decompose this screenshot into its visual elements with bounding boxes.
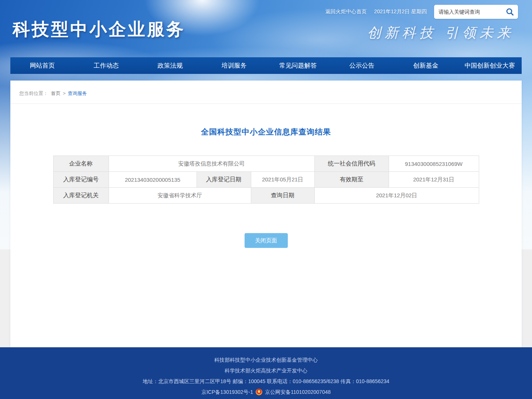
header-slogan: 创新科技 引领未来: [367, 24, 514, 42]
reg-number-label: 入库登记编号: [53, 172, 109, 188]
topbar: 返回火炬中心首页 2021年12月2日 星期四: [325, 5, 518, 19]
reg-authority-label: 入库登记机关: [53, 188, 109, 204]
content-card: 您当前位置：首页>查询服务 全国科技型中小企业信息库查询结果 企业名称 安徽塔孜…: [10, 81, 522, 347]
reg-number-value: 202134030200005135: [109, 172, 197, 188]
breadcrumb-home-link[interactable]: 首页: [51, 91, 61, 96]
nav-item-policies[interactable]: 政策法规: [138, 57, 202, 74]
query-result-table: 企业名称 安徽塔孜信息技术有限公司 统一社会信用代码 9134030008523…: [53, 156, 479, 204]
nav-item-training[interactable]: 培训服务: [202, 57, 266, 74]
table-row: 入库登记机关 安徽省科学技术厅 查询日期 2021年12月02日: [53, 188, 479, 204]
valid-until-value: 2021年12月31日: [389, 172, 479, 188]
close-page-button[interactable]: 关闭页面: [245, 233, 288, 248]
query-date-value: 2021年12月02日: [314, 188, 479, 204]
main-nav: 网站首页 工作动态 政策法规 培训服务 常见问题解答 公示公告 创新基金 中国创…: [10, 57, 522, 74]
site-footer: 科技部科技型中小企业技术创新基金管理中心 科学技术部火炬高技术产业开发中心 地址…: [0, 347, 532, 399]
table-row: 入库登记编号 202134030200005135 入库登记日期 2021年05…: [53, 172, 479, 188]
search-button[interactable]: [504, 6, 516, 18]
site-title: 科技型中小企业服务: [13, 18, 185, 41]
table-row: 企业名称 安徽塔孜信息技术有限公司 统一社会信用代码 9134030008523…: [53, 156, 479, 172]
company-name-value: 安徽塔孜信息技术有限公司: [109, 156, 314, 172]
breadcrumb-prefix: 您当前位置：: [19, 91, 48, 96]
nav-item-announcements[interactable]: 公示公告: [330, 57, 394, 74]
button-row: 关闭页面: [10, 233, 522, 248]
reg-date-value: 2021年05月21日: [251, 172, 314, 188]
footer-address-line: 地址：北京市西城区三里河二区甲18号 邮编：100045 联系电话：010-88…: [0, 378, 532, 385]
footer-org-line1: 科技部科技型中小企业技术创新基金管理中心: [0, 356, 532, 364]
site-header: 返回火炬中心首页 2021年12月2日 星期四 科技型中小企业服务 创新科技 引…: [0, 0, 532, 57]
search-input[interactable]: [439, 9, 504, 15]
torch-center-home-link[interactable]: 返回火炬中心首页: [325, 8, 367, 15]
credit-code-label: 统一社会信用代码: [314, 156, 389, 172]
breadcrumb: 您当前位置：首页>查询服务: [10, 81, 522, 104]
nav-item-faq[interactable]: 常见问题解答: [266, 57, 330, 74]
search-box[interactable]: [434, 5, 518, 19]
nav-item-home[interactable]: 网站首页: [10, 57, 74, 74]
breadcrumb-current-link[interactable]: 查询服务: [68, 91, 87, 96]
current-date: 2021年12月2日 星期四: [374, 8, 427, 15]
nav-item-innovation-competition[interactable]: 中国创新创业大赛: [458, 57, 522, 74]
query-date-label: 查询日期: [251, 188, 314, 204]
footer-record-line: 京ICP备13019302号-1 京公网安备11010202007048: [0, 388, 532, 396]
company-name-label: 企业名称: [53, 156, 109, 172]
reg-authority-value: 安徽省科学技术厅: [109, 188, 251, 204]
police-record-link[interactable]: 京公网安备11010202007048: [265, 388, 331, 396]
icp-record-link[interactable]: 京ICP备13019302号-1: [201, 388, 253, 396]
valid-until-label: 有效期至: [314, 172, 389, 188]
breadcrumb-separator: >: [63, 91, 66, 96]
police-badge-icon: [256, 389, 262, 395]
nav-item-innovation-fund[interactable]: 创新基金: [394, 57, 458, 74]
footer-org-line2: 科学技术部火炬高技术产业开发中心: [0, 367, 532, 374]
credit-code-value: 91340300085231069W: [389, 156, 479, 172]
reg-date-label: 入库登记日期: [197, 172, 251, 188]
page-title: 全国科技型中小企业信息库查询结果: [10, 127, 522, 137]
search-icon: [505, 7, 514, 16]
nav-item-work-news[interactable]: 工作动态: [74, 57, 138, 74]
